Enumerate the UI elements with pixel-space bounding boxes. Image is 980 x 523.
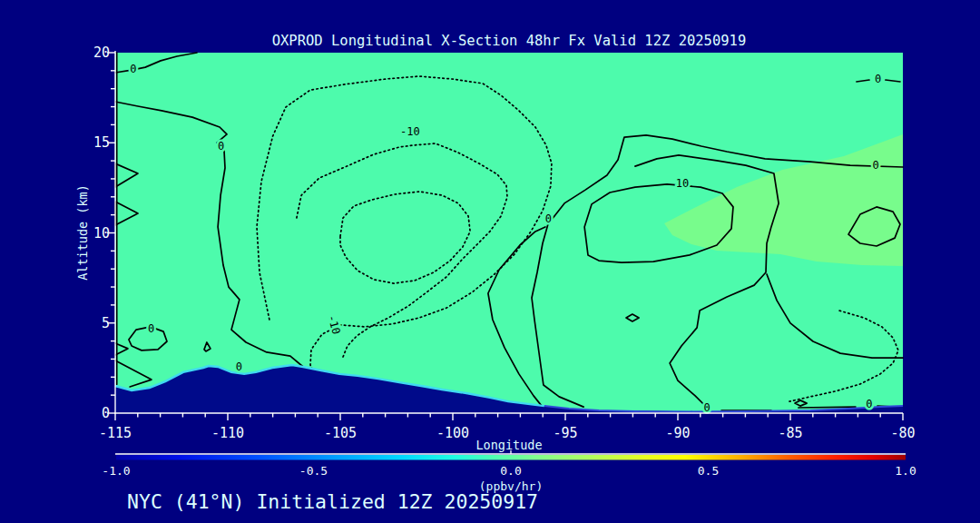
contour-label-0: 0 [704,401,710,414]
chart-title: OXPROD Longitudinal X-Section 48hr Fx Va… [272,33,747,49]
run-info-footer: NYC (41°N) Initialized 12Z 20250917 [127,490,538,513]
colorbar-tick-label: -1.0 [102,464,130,478]
colorbar-layer: -1.0-0.50.00.51.0 [102,450,916,478]
contour-label-0: 0 [236,360,242,373]
y-axis-title: Altitude (km) [75,184,90,281]
colorbar-gradient-bar [116,455,906,460]
solid-contour-level-0 [799,407,856,408]
colorbar-tick-label: 0.0 [500,464,521,478]
x-tick-label: -80 [890,425,915,441]
contour-label-0: 0 [148,322,154,335]
x-tick-label: -100 [436,425,469,441]
contour-label-0: 0 [545,212,552,225]
screenshot-root: 00000000010-10-10 -115-110-105-100-95-90… [0,0,980,523]
fill-layer [115,53,903,413]
colorbar-tick-label: 0.5 [698,464,719,478]
x-tick-label: -105 [324,425,357,441]
y-tick-label: 10 [93,225,110,242]
y-tick-label: 20 [93,44,110,61]
contour-label-0: 0 [866,398,872,410]
x-axis-title: Longitude [475,438,542,452]
colorbar-tick-label: -0.5 [299,464,328,478]
contour-label-0: 0 [130,63,136,75]
contour-label-10: 10 [676,177,689,190]
x-tick-label: -90 [665,425,690,441]
x-tick-label: -115 [99,425,132,441]
y-tick-label: 15 [93,134,110,151]
y-tick-label: 5 [102,315,110,331]
x-tick-label: -95 [553,425,577,441]
x-tick-label: -110 [211,425,244,441]
contour-label-0: 0 [218,140,224,153]
colorbar-tick-label: 1.0 [895,464,916,478]
contour-cross-section-chart: 00000000010-10-10 -115-110-105-100-95-90… [0,0,980,523]
contour-label-0: 0 [875,73,881,85]
y-tick-label: 0 [102,405,110,421]
contour-label-0: 0 [873,159,879,172]
x-tick-label: -85 [778,425,802,441]
contour-label--10: -10 [400,125,420,138]
